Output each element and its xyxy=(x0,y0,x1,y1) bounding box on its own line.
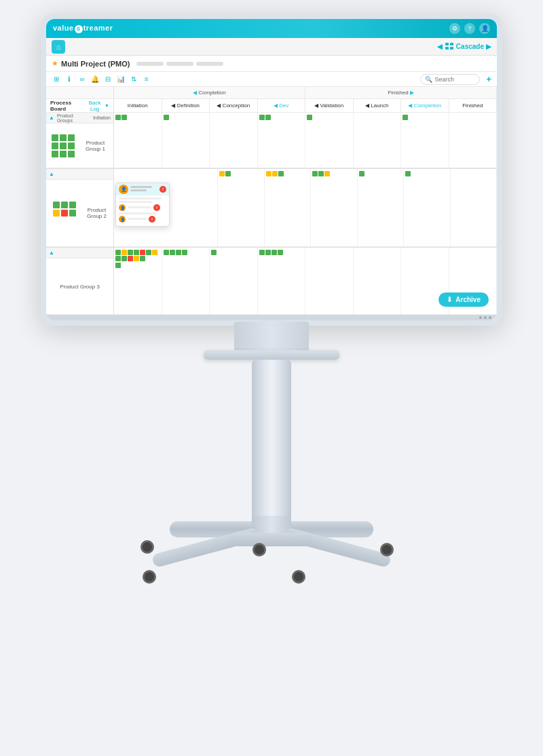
project-tab-3[interactable] xyxy=(196,62,223,66)
card-small-avatar-2: 👤 xyxy=(119,216,126,223)
cell-1-8 xyxy=(449,113,498,168)
toolbar: ⊞ ℹ ∞ 🔔 ⊟ 📊 ⇅ ≡ 🔍 + xyxy=(46,72,497,87)
back-log-button[interactable]: Back Log ▼ xyxy=(86,100,109,112)
monitor: valueStreamer ⚙ ? 👤 ⌂ ◀ xyxy=(41,14,502,326)
mini-tile xyxy=(69,202,76,208)
project-tab-2[interactable] xyxy=(166,62,193,66)
tile xyxy=(259,250,265,255)
archive-icon: ⬇ xyxy=(447,296,452,303)
phase-finished-arrow: ▶ xyxy=(410,90,414,96)
cell-2-3 xyxy=(265,169,311,246)
search-box[interactable]: 🔍 xyxy=(420,74,480,85)
monitor-screen: valueStreamer ⚙ ? 👤 ⌂ ◀ xyxy=(46,19,497,320)
cell-1-5 xyxy=(305,113,354,168)
mini-tile xyxy=(68,134,75,141)
nav-bar: ⌂ ◀ Cascade ▶ xyxy=(46,38,497,56)
col-hdr-completion: ◀ Completion xyxy=(401,99,449,112)
project-tab-1[interactable] xyxy=(136,62,164,66)
tile xyxy=(140,250,145,255)
search-input[interactable] xyxy=(434,76,475,83)
tiles-row xyxy=(312,171,330,176)
card-body-line xyxy=(119,197,162,200)
group-1-phase: Initiation xyxy=(93,115,111,120)
help-icon[interactable]: ? xyxy=(464,23,475,34)
bell-icon[interactable]: 🔔 xyxy=(90,75,100,84)
col-hdr-validation: ◀ Validation xyxy=(305,99,354,112)
bottom-dot-3 xyxy=(489,316,491,319)
cascade-arrow-right: ▶ xyxy=(486,43,491,50)
tile xyxy=(140,256,145,261)
stand-pole xyxy=(252,360,291,536)
wheel-right-front xyxy=(292,570,305,584)
tile xyxy=(115,263,121,268)
home-button[interactable]: ⌂ xyxy=(52,40,65,54)
col-hdr-initiation: Initiation xyxy=(114,99,162,112)
tile xyxy=(128,256,133,261)
wheel-front-center xyxy=(252,543,266,556)
phase-items: ◀ Completion Finished ▶ xyxy=(114,87,497,98)
group-3-name: Product Group 3 xyxy=(49,281,111,292)
tile xyxy=(324,171,330,176)
tile xyxy=(152,250,157,255)
group-rows: ▲ Product Groups Initiation xyxy=(46,113,113,315)
group-3-chevron[interactable]: ▲ xyxy=(49,250,54,256)
project-tabs xyxy=(136,62,223,66)
main-grid: Initiation ◀ Definition ◀ Conception ◀ D… xyxy=(114,99,497,315)
cell-3-1 xyxy=(114,248,162,314)
link-icon[interactable]: ∞ xyxy=(77,75,87,84)
phase-completion-arrow: ◀ xyxy=(193,90,197,96)
add-button[interactable]: + xyxy=(486,74,491,84)
cascade-icon xyxy=(445,42,454,52)
tiles-row xyxy=(115,250,160,261)
mini-tile xyxy=(52,134,58,141)
group-row-2: ▲ xyxy=(46,168,113,247)
tile xyxy=(115,250,121,255)
card-popup[interactable]: 👤 ! xyxy=(115,183,170,227)
mini-tile xyxy=(69,210,76,216)
tile xyxy=(312,171,318,176)
top-bar: valueStreamer ⚙ ? 👤 xyxy=(46,19,497,38)
chart-icon[interactable]: 📊 xyxy=(116,75,126,84)
tile xyxy=(278,250,283,255)
group-2-chevron[interactable]: ▲ xyxy=(49,171,54,177)
sort-icon[interactable]: ⇅ xyxy=(129,75,138,84)
cell-3-4 xyxy=(258,248,306,314)
tile xyxy=(176,250,181,255)
tiles-row xyxy=(307,115,312,120)
archive-button[interactable]: ⬇ Archive xyxy=(438,292,489,307)
cascade-button[interactable]: ◀ Cascade ▶ xyxy=(437,42,491,52)
bottom-dot-2 xyxy=(484,316,487,319)
mini-tile xyxy=(61,210,68,216)
mini-tile xyxy=(60,134,67,141)
grid-icon[interactable]: ⊞ xyxy=(52,75,61,84)
user-icon[interactable]: 👤 xyxy=(479,23,490,34)
card-text-lines xyxy=(130,186,157,193)
tile xyxy=(225,171,231,176)
info-icon[interactable]: ℹ xyxy=(64,75,74,84)
group-1-label: Product Groups xyxy=(57,113,90,123)
board-header: Process Board Back Log ▼ xyxy=(46,99,113,113)
mini-tile xyxy=(60,143,67,149)
card-body-meta xyxy=(128,206,151,208)
data-row-3 xyxy=(114,247,497,315)
mini-tile xyxy=(52,151,58,157)
tile xyxy=(164,250,169,255)
scene: valueStreamer ⚙ ? 👤 ⌂ ◀ xyxy=(0,0,543,756)
stand-neck-connector xyxy=(234,322,309,352)
board-area: Process Board Back Log ▼ ▲ xyxy=(46,99,497,315)
column-headers: Initiation ◀ Definition ◀ Conception ◀ D… xyxy=(114,99,497,113)
project-bar: ★ Multi Project (PMO) xyxy=(46,56,497,72)
top-bar-icons: ⚙ ? 👤 xyxy=(449,23,490,34)
tiles-row xyxy=(219,171,231,176)
layout-icon[interactable]: ⊟ xyxy=(103,75,113,84)
card-error-badge-3: ! xyxy=(149,216,155,223)
group-1-chevron[interactable]: ▲ xyxy=(49,115,54,121)
mini-tile xyxy=(53,210,60,216)
cell-1-7 xyxy=(401,113,449,168)
tile xyxy=(182,250,187,255)
phase-header: ◀ Completion Finished ▶ xyxy=(46,87,497,99)
settings-icon[interactable]: ⚙ xyxy=(449,23,460,34)
tile xyxy=(115,115,121,120)
filter-icon[interactable]: ≡ xyxy=(142,75,151,84)
phase-completion-label: Completion xyxy=(198,90,225,96)
